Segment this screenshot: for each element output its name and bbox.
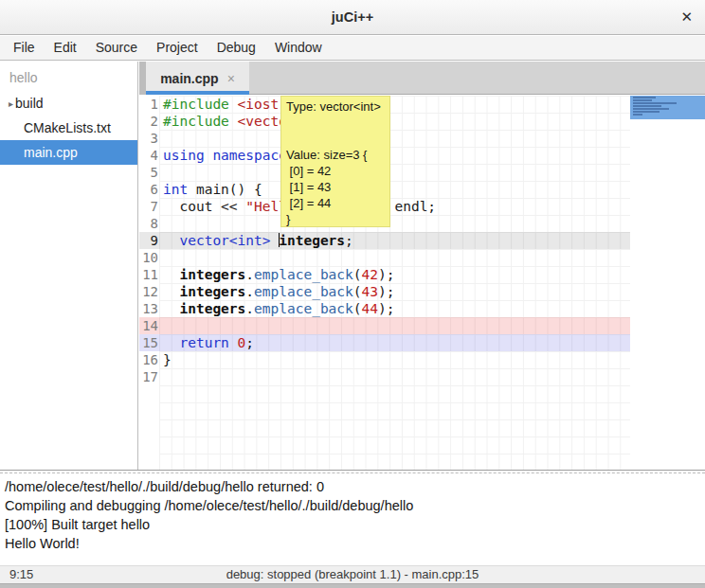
code-line[interactable]: #include <iostream> <box>159 96 630 113</box>
tab-main-cpp[interactable]: main.cpp × <box>146 62 249 95</box>
code-token: 43 <box>362 284 378 299</box>
line-number: 1 <box>139 96 158 113</box>
code-token: integers <box>179 301 245 316</box>
output-line: /home/olece/test/hello/./build/debug/hel… <box>5 477 700 496</box>
menu-item-edit[interactable]: Edit <box>45 36 86 60</box>
sidebar-item-main-cpp[interactable]: main.cpp <box>0 140 137 165</box>
menu-item-debug[interactable]: Debug <box>208 36 265 60</box>
code-token <box>229 97 238 112</box>
code-token: integers <box>279 233 345 248</box>
tab-close-icon[interactable]: × <box>227 71 235 86</box>
code-token: . <box>245 284 254 299</box>
line-number: 8 <box>139 215 158 232</box>
code-line[interactable]: integers.emplace_back(42); <box>159 266 630 283</box>
line-number: 3 <box>139 130 158 147</box>
menu-item-source[interactable]: Source <box>86 36 147 60</box>
menu-item-window[interactable]: Window <box>265 36 332 60</box>
line-number: 13 <box>139 300 158 317</box>
code-line[interactable]: int main() { <box>159 181 630 198</box>
editor-pane: main.cpp × 1234567891011121314151617 #in… <box>139 62 705 470</box>
tab-bar: main.cpp × <box>139 62 705 95</box>
code-token <box>163 284 179 299</box>
minimap-code-line <box>633 97 656 98</box>
code-token <box>271 233 280 248</box>
code-token: integers <box>179 267 245 282</box>
code-token: } <box>163 352 172 367</box>
window-title: juCi++ <box>0 0 705 35</box>
code-line[interactable]: cout << "Hello World!" << endl; <box>159 198 630 215</box>
code-token: #include <box>163 97 229 112</box>
code-token: int <box>163 182 188 197</box>
code-token: . <box>245 301 254 316</box>
code-token: cout << <box>163 199 245 214</box>
code-token: ; <box>345 233 353 248</box>
expander-icon[interactable]: ▸ <box>0 98 15 109</box>
code-token <box>229 335 238 350</box>
code-line[interactable]: return 0; <box>159 334 630 351</box>
sidebar-item-label: main.cpp <box>0 145 78 160</box>
line-number: 10 <box>139 249 158 266</box>
window-close-icon[interactable]: ✕ <box>680 0 693 35</box>
code-token: return <box>179 335 228 350</box>
debug-value-tooltip: Type: vector<int> Value: size=3 { [0] = … <box>280 96 390 227</box>
minimap-code-line <box>633 105 661 107</box>
code-token: #include <box>163 114 229 129</box>
code-line[interactable]: integers.emplace_back(43); <box>159 283 630 300</box>
editor-body: 1234567891011121314151617 #include <iost… <box>139 96 705 470</box>
sidebar-item-build[interactable]: ▸build <box>0 91 137 116</box>
minimap-code-line <box>633 99 652 101</box>
code-line[interactable]: } <box>159 351 630 368</box>
code-token: ); <box>378 301 394 316</box>
file-tree-sidebar: hello ▸buildCMakeLists.txtmain.cpp <box>0 62 138 470</box>
minimap-code-line <box>633 102 677 104</box>
code-token: ( <box>353 301 362 316</box>
code-token <box>163 233 179 248</box>
minimap-visible-region[interactable] <box>630 96 705 119</box>
code-token <box>163 301 179 316</box>
code-token: ; <box>245 335 254 350</box>
code-line[interactable]: vector<int> integers; <box>159 232 630 249</box>
project-name-label: hello <box>0 62 137 91</box>
output-line: Compiling and debugging /home/olece/test… <box>5 496 700 515</box>
code-token: main() { <box>188 182 262 197</box>
line-number: 2 <box>139 113 158 130</box>
sidebar-item-label: build <box>15 96 44 111</box>
line-number: 15 <box>139 334 158 351</box>
active-tab-indicator <box>146 91 249 95</box>
output-line: [100%] Built target hello <box>5 515 700 534</box>
code-token: emplace_back <box>254 267 353 282</box>
code-token: integers <box>179 284 245 299</box>
line-number: 6 <box>139 181 158 198</box>
code-line[interactable]: #include <vector> <box>159 113 630 130</box>
menu-item-project[interactable]: Project <box>147 36 208 60</box>
line-number: 12 <box>139 283 158 300</box>
source-overview-map[interactable] <box>630 96 705 470</box>
code-token: . <box>245 267 254 282</box>
title-bar: juCi++ ✕ <box>0 0 705 35</box>
code-token <box>163 267 179 282</box>
sidebar-item-label: CMakeLists.txt <box>0 120 111 135</box>
menu-item-file[interactable]: File <box>4 36 45 60</box>
sidebar-item-cmakelists-txt[interactable]: CMakeLists.txt <box>0 116 137 140</box>
code-token <box>163 335 179 350</box>
code-token: ( <box>353 284 362 299</box>
code-token: emplace_back <box>254 301 353 316</box>
code-token: 44 <box>362 301 378 316</box>
code-token: using <box>163 148 205 163</box>
status-bar: 9:15 debug: stopped (breakpoint 1.1) - m… <box>0 565 705 583</box>
code-line[interactable]: using namespace std; <box>159 147 630 164</box>
minimap-code-line <box>633 108 669 110</box>
code-token: ); <box>378 267 394 282</box>
line-highlight-breakpoint <box>139 317 630 334</box>
code-token: ); <box>378 284 394 299</box>
line-number: 14 <box>139 317 158 334</box>
tab-label: main.cpp <box>160 71 218 86</box>
line-number: 7 <box>139 198 158 215</box>
code-token: vector<int> <box>179 233 270 248</box>
code-token: ( <box>353 267 362 282</box>
line-number: 9 <box>139 232 158 249</box>
line-number: 17 <box>139 368 158 385</box>
line-number: 5 <box>139 164 158 181</box>
line-number: 11 <box>139 266 158 283</box>
code-line[interactable]: integers.emplace_back(44); <box>159 300 630 317</box>
